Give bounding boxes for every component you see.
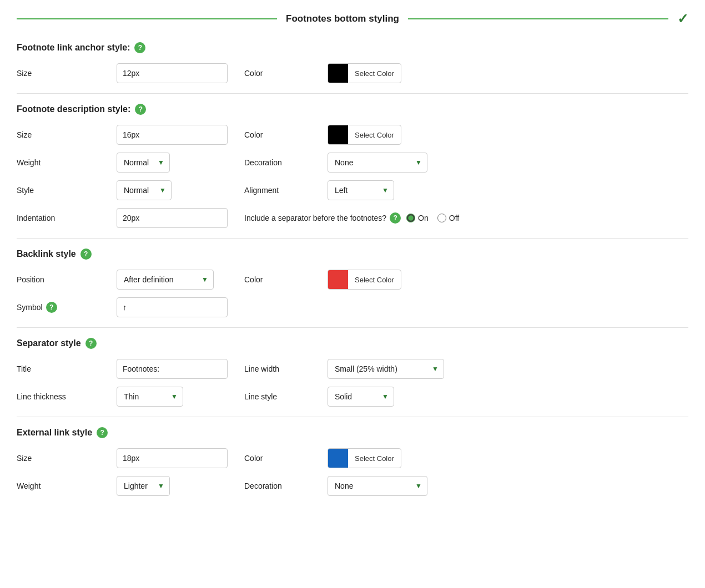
separator-thickness-row: Line thickness Thin Medium Thick ▼ Line … — [17, 387, 688, 407]
footnote-description-weight-label: Weight — [17, 158, 117, 167]
footnote-description-decoration-control: None Underline Overline Line-through ▼ — [328, 153, 688, 173]
separator-title-input[interactable] — [117, 359, 228, 379]
separator-line-width-select[interactable]: Small (25% width) Medium (50% width) Lar… — [328, 359, 444, 379]
backlink-color-label: Color — [228, 275, 328, 284]
footnote-link-anchor-size-label: Size — [17, 69, 117, 78]
footnote-description-color-button[interactable]: Select Color — [328, 125, 401, 145]
backlink-symbol-input[interactable] — [117, 297, 228, 317]
backlink-symbol-row: Symbol ? — [17, 297, 688, 317]
external-link-weight-select[interactable]: Normal Bold Lighter Bolder — [117, 476, 170, 496]
external-link-color-control: Select Color — [328, 448, 688, 468]
backlink-heading: Backlink style ? — [17, 249, 688, 260]
footnote-description-indentation-row: Indentation Include a separator before t… — [17, 208, 688, 228]
footnote-description-heading: Footnote description style: ? — [17, 104, 688, 115]
separator-thickness-label: Line thickness — [17, 392, 117, 401]
footnote-description-alignment-dropdown: Left Center Right Justify ▼ — [328, 180, 394, 200]
external-link-weight-label: Weight — [17, 481, 117, 490]
divider-3 — [17, 327, 688, 328]
footnote-link-anchor-color-swatch — [328, 64, 348, 83]
external-link-decoration-label: Decoration — [228, 481, 328, 490]
footnote-description-size-input-wrap — [117, 125, 228, 145]
footnote-description-weight-select[interactable]: Normal Bold Lighter Bolder — [117, 153, 170, 173]
footnote-link-anchor-help-icon[interactable]: ? — [134, 42, 145, 53]
header-checkmark-icon[interactable]: ✓ — [677, 11, 688, 27]
backlink-position-wrap: After definition Before definition End o… — [117, 270, 228, 290]
backlink-help-icon[interactable]: ? — [80, 249, 92, 260]
backlink-color-button[interactable]: Select Color — [328, 270, 401, 290]
external-link-decoration-select[interactable]: None Underline Overline Line-through — [328, 476, 427, 496]
footnote-link-anchor-color-label: Color — [228, 69, 328, 78]
separator-on-radio[interactable] — [406, 214, 415, 222]
external-link-size-input[interactable] — [117, 448, 228, 468]
backlink-symbol-label: Symbol ? — [17, 302, 117, 313]
footnote-description-style-label: Style — [17, 186, 117, 195]
footnote-link-anchor-color-button-label: Select Color — [348, 69, 401, 78]
separator-title-input-wrap — [117, 359, 228, 379]
separator-line-width-label: Line width — [228, 364, 328, 373]
separator-on-text: On — [418, 214, 429, 222]
separator-line-style-control: Solid Dashed Dotted ▼ — [328, 387, 688, 407]
footnote-link-anchor-size-input[interactable] — [117, 63, 228, 83]
divider-2 — [17, 238, 688, 239]
footnote-link-anchor-color-button[interactable]: Select Color — [328, 63, 401, 83]
footnote-description-size-row: Size Color Select Color — [17, 125, 688, 145]
page-title: Footnotes bottom styling — [286, 13, 399, 24]
separator-line-width-control: Small (25% width) Medium (50% width) Lar… — [328, 359, 688, 379]
footnote-description-title: Footnote description style: — [17, 104, 130, 114]
external-link-size-input-wrap — [117, 448, 228, 468]
external-link-heading: External link style ? — [17, 427, 688, 438]
external-link-color-button[interactable]: Select Color — [328, 448, 401, 468]
section-backlink: Backlink style ? Position After definiti… — [17, 249, 688, 317]
separator-help-icon[interactable]: ? — [390, 212, 401, 224]
external-link-weight-dropdown: Normal Bold Lighter Bolder ▼ — [117, 476, 170, 496]
backlink-title: Backlink style — [17, 249, 76, 259]
header-line-right — [408, 18, 668, 19]
backlink-color-control: Select Color — [328, 270, 688, 290]
footnote-description-style-dropdown: Normal Italic Oblique ▼ — [117, 180, 172, 200]
separator-off-label[interactable]: Off — [437, 214, 459, 222]
external-link-title: External link style — [17, 428, 92, 438]
external-link-help-icon[interactable]: ? — [97, 427, 108, 438]
footnote-description-alignment-control: Left Center Right Justify ▼ — [328, 180, 688, 200]
footnote-description-size-label: Size — [17, 130, 117, 139]
separator-off-text: Off — [449, 214, 459, 222]
backlink-symbol-input-wrap — [117, 297, 228, 317]
separator-line-style-select[interactable]: Solid Dashed Dotted — [328, 387, 394, 407]
external-link-color-label: Color — [228, 454, 328, 463]
separator-thickness-select[interactable]: Thin Medium Thick — [117, 387, 183, 407]
footnote-description-decoration-label: Decoration — [228, 158, 328, 167]
footnote-link-anchor-size-input-wrap — [117, 63, 228, 83]
separator-line-style-label: Line style — [228, 392, 328, 401]
backlink-position-select[interactable]: After definition Before definition End o… — [117, 270, 214, 290]
separator-title: Separator style — [17, 338, 81, 348]
backlink-color-swatch — [328, 270, 348, 289]
separator-line-width-dropdown: Small (25% width) Medium (50% width) Lar… — [328, 359, 444, 379]
footnote-link-anchor-title: Footnote link anchor style: — [17, 43, 130, 53]
separator-line-style-dropdown: Solid Dashed Dotted ▼ — [328, 387, 394, 407]
backlink-position-label: Position — [17, 275, 117, 284]
footnote-description-weight-dropdown: Normal Bold Lighter Bolder ▼ — [117, 153, 170, 173]
divider-1 — [17, 93, 688, 94]
footnote-description-decoration-select[interactable]: None Underline Overline Line-through — [328, 153, 427, 173]
footnote-description-alignment-select[interactable]: Left Center Right Justify — [328, 180, 394, 200]
separator-style-help-icon[interactable]: ? — [85, 338, 97, 349]
section-footnote-link-anchor: Footnote link anchor style: ? Size Color… — [17, 42, 688, 83]
footnote-description-weight-row: Weight Normal Bold Lighter Bolder ▼ Deco… — [17, 153, 688, 173]
separator-heading: Separator style ? — [17, 338, 688, 349]
footnote-description-color-button-label: Select Color — [348, 131, 401, 139]
footnote-description-help-icon[interactable]: ? — [135, 104, 146, 115]
section-separator: Separator style ? Title Line width Small… — [17, 338, 688, 407]
footnote-link-anchor-color-control: Select Color — [328, 63, 688, 83]
footnote-description-style-select[interactable]: Normal Italic Oblique — [117, 180, 172, 200]
external-link-weight-wrap: Normal Bold Lighter Bolder ▼ — [117, 476, 228, 496]
footnote-description-indentation-label: Indentation — [17, 214, 117, 222]
backlink-symbol-help-icon[interactable]: ? — [46, 302, 57, 313]
footnote-description-size-input[interactable] — [117, 125, 228, 145]
footnote-description-style-row: Style Normal Italic Oblique ▼ Alignment … — [17, 180, 688, 200]
footnote-description-weight-wrap: Normal Bold Lighter Bolder ▼ — [117, 153, 228, 173]
footnote-description-indentation-input[interactable] — [117, 208, 228, 228]
separator-off-radio[interactable] — [437, 214, 446, 222]
section-external-link: External link style ? Size Color Select … — [17, 427, 688, 496]
separator-on-label[interactable]: On — [406, 214, 429, 222]
backlink-color-button-label: Select Color — [348, 276, 401, 284]
